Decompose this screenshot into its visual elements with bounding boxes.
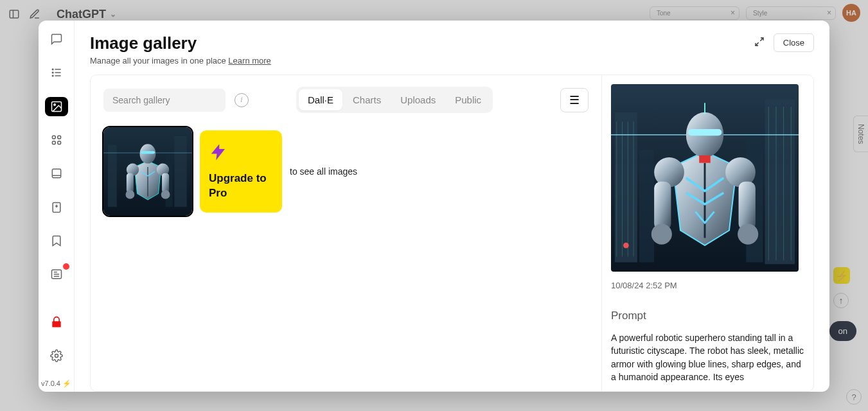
bolt-icon: ⚡ <box>62 380 71 388</box>
gallery-pane: i Dall·E Charts Uploads Public ☰ <box>91 75 601 391</box>
expand-button[interactable] <box>752 34 767 52</box>
svg-point-7 <box>52 76 53 77</box>
tab-dalle[interactable]: Dall·E <box>299 89 342 110</box>
image-gallery-modal: v7.0.4 ⚡ Image gallery Manage all your i… <box>39 21 829 392</box>
svg-rect-34 <box>162 173 169 193</box>
svg-rect-27 <box>174 136 186 207</box>
svg-rect-14 <box>52 170 60 178</box>
bolt-icon <box>209 143 273 166</box>
note-icon[interactable] <box>45 164 68 183</box>
upgrade-tile[interactable]: Upgrade to Pro <box>200 130 282 213</box>
gallery-tiles: Upgrade to Pro to see all images <box>103 127 589 216</box>
tab-charts[interactable]: Charts <box>344 89 390 110</box>
svg-point-6 <box>52 73 53 74</box>
svg-rect-40 <box>765 99 795 264</box>
version-text: v7.0.4 <box>41 380 60 387</box>
detail-pane: 10/08/24 2:52 PM Prompt A powerful robot… <box>601 75 813 391</box>
gear-icon[interactable] <box>45 346 68 365</box>
modal-header: Image gallery Manage all your images in … <box>90 33 814 66</box>
svg-point-22 <box>55 354 58 357</box>
upgrade-label: Upgrade to Pro <box>209 171 273 200</box>
learn-more-link[interactable]: Learn more <box>228 56 270 66</box>
detail-timestamp: 10/08/24 2:52 PM <box>611 281 804 290</box>
svg-rect-53 <box>688 129 722 136</box>
content-panel: i Dall·E Charts Uploads Public ☰ <box>90 74 814 392</box>
modal-subtitle: Manage all your images in one place Lear… <box>90 56 271 66</box>
svg-point-12 <box>52 141 55 144</box>
svg-rect-56 <box>654 182 671 231</box>
modal-header-left: Image gallery Manage all your images in … <box>90 33 271 66</box>
svg-point-5 <box>52 69 53 71</box>
subtitle-text: Manage all your images in one place <box>90 56 228 66</box>
gallery-thumbnail[interactable] <box>103 127 192 216</box>
image-gallery-icon[interactable] <box>45 97 68 116</box>
prompt-text: A powerful robotic superhero standing ta… <box>611 331 804 383</box>
gallery-toolbar: i Dall·E Charts Uploads Public ☰ <box>103 87 589 113</box>
close-button[interactable]: Close <box>774 33 814 52</box>
svg-point-36 <box>161 190 170 199</box>
notification-dot-icon <box>63 263 69 270</box>
svg-rect-33 <box>127 173 134 193</box>
list-icon[interactable] <box>45 63 68 82</box>
search-input[interactable] <box>103 89 226 112</box>
version-label: v7.0.4 ⚡ <box>41 380 71 392</box>
hamburger-button[interactable]: ☰ <box>560 88 589 112</box>
tab-uploads[interactable]: Uploads <box>391 89 445 110</box>
svg-point-9 <box>53 104 55 106</box>
svg-point-59 <box>738 224 758 245</box>
svg-line-24 <box>756 42 759 46</box>
svg-rect-30 <box>141 151 155 153</box>
svg-point-58 <box>651 224 672 245</box>
chat-icon[interactable] <box>45 30 68 49</box>
bookmark-icon[interactable] <box>45 231 68 250</box>
modal-header-right: Close <box>752 33 814 52</box>
upgrade-suffix: to see all images <box>290 166 357 177</box>
svg-line-23 <box>760 38 763 41</box>
modal-sidebar: v7.0.4 ⚡ <box>39 21 75 392</box>
svg-rect-60 <box>699 155 711 163</box>
svg-point-13 <box>57 141 60 144</box>
modal-title: Image gallery <box>90 33 271 53</box>
tab-public[interactable]: Public <box>446 89 490 110</box>
svg-point-35 <box>126 190 135 199</box>
svg-point-61 <box>623 243 629 249</box>
news-icon[interactable] <box>45 265 68 284</box>
svg-point-10 <box>52 136 55 139</box>
book-icon[interactable] <box>45 197 68 216</box>
modal-body: Image gallery Manage all your images in … <box>75 21 829 392</box>
detail-image <box>611 84 799 272</box>
svg-rect-57 <box>739 182 756 231</box>
prompt-heading: Prompt <box>611 310 804 322</box>
apps-icon[interactable] <box>45 130 68 150</box>
info-icon[interactable]: i <box>235 93 249 107</box>
svg-rect-26 <box>108 145 117 207</box>
gallery-tabs: Dall·E Charts Uploads Public <box>296 87 493 113</box>
lock-icon[interactable] <box>45 312 68 331</box>
svg-point-11 <box>57 136 60 139</box>
svg-rect-42 <box>639 150 654 262</box>
